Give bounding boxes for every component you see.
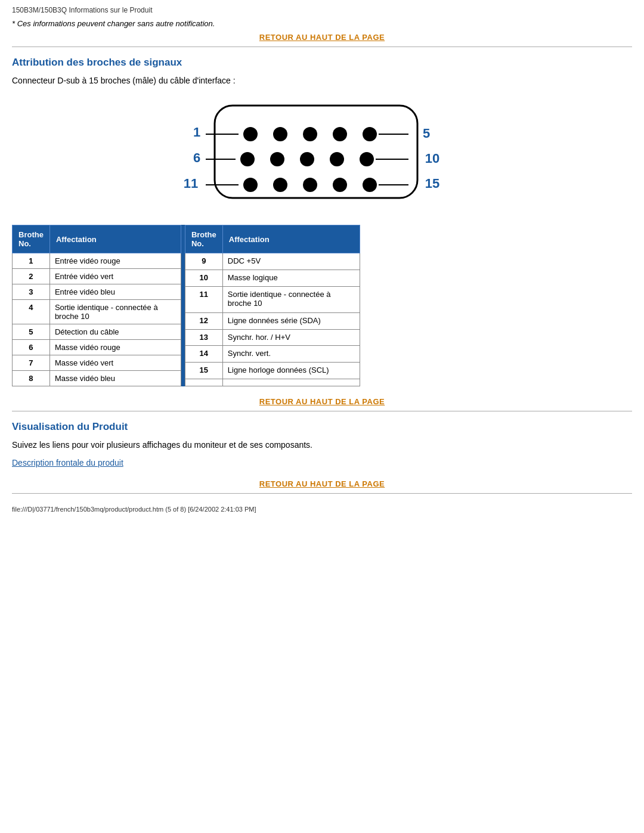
table-row: 14Synchr. vert. (185, 346, 360, 363)
svg-point-21 (243, 178, 258, 192)
svg-point-6 (333, 127, 347, 141)
file-path: file:///D|/03771/french/150b3mq/product/… (12, 506, 632, 513)
pin-desc: Sortie identique - connectée à broche 10 (49, 300, 181, 324)
table-row: 9DDC +5V (185, 253, 360, 270)
pin-number: 7 (13, 355, 50, 371)
pin-number: 13 (185, 329, 222, 346)
pin-desc: Entrée vidéo bleu (49, 284, 181, 300)
pin-desc: Synchr. hor. / H+V (222, 329, 360, 346)
svg-text:11: 11 (184, 176, 198, 191)
table-row: 4Sortie identique - connectée à broche 1… (13, 300, 181, 324)
svg-point-7 (363, 127, 377, 141)
table-row: 8Masse vidéo bleu (13, 371, 181, 386)
pin-desc: Masse vidéo rouge (49, 340, 181, 355)
section1-title: Attribution des broches de signaux (12, 57, 632, 69)
svg-point-14 (300, 152, 314, 166)
table-row: 11Sortie identique - connectée à broche … (185, 286, 360, 312)
section2-desc: Suivez les liens pour voir plusieurs aff… (12, 440, 632, 450)
pin-number: 14 (185, 346, 222, 363)
svg-point-16 (360, 152, 374, 166)
svg-point-5 (303, 127, 317, 141)
pin-number: 1 (13, 253, 50, 269)
pin-desc: Ligne données série (SDA) (222, 312, 360, 329)
divider-1 (12, 47, 632, 47)
pin-table-container: Brothe No. Affectation 1Entrée vidéo rou… (12, 225, 632, 386)
table-row: 15Ligne horloge données (SCL) (185, 363, 360, 379)
retour-link-3[interactable]: RETOUR AU HAUT DE LA PAGE (12, 479, 632, 488)
pin-number: 5 (13, 324, 50, 340)
section2-container: Visualisation du Produit Suivez les lien… (12, 421, 632, 475)
col1-header1: Brothe No. (13, 225, 50, 253)
pin-desc: DDC +5V (222, 253, 360, 270)
svg-text:15: 15 (425, 176, 439, 191)
pin-desc: Ligne horloge données (SCL) (222, 363, 360, 379)
pin-number: 11 (185, 286, 222, 312)
pin-desc (222, 379, 360, 386)
retour-link-2[interactable]: RETOUR AU HAUT DE LA PAGE (12, 397, 632, 406)
table-row: 5Détection du câble (13, 324, 181, 340)
svg-point-24 (333, 178, 347, 192)
pin-desc: Sortie identique - connectée à broche 10 (222, 286, 360, 312)
divider-3 (12, 493, 632, 494)
table-row: 10Masse logique (185, 270, 360, 286)
svg-text:5: 5 (423, 126, 430, 141)
col1-header2: Affectation (49, 225, 181, 253)
svg-point-12 (240, 152, 255, 166)
pin-number: 12 (185, 312, 222, 329)
table-row: 6Masse vidéo rouge (13, 340, 181, 355)
pin-table-left: Brothe No. Affectation 1Entrée vidéo rou… (12, 225, 181, 386)
italic-note: * Ces informations peuvent changer sans … (12, 19, 632, 28)
pin-number: 9 (185, 253, 222, 270)
pin-number (185, 379, 222, 386)
table-row: 12Ligne données série (SDA) (185, 312, 360, 329)
svg-text:1: 1 (193, 125, 200, 140)
connector-svg: 1 5 6 10 11 15 (179, 94, 465, 213)
table-row: 2Entrée vidéo vert (13, 269, 181, 284)
pin-desc: Détection du câble (49, 324, 181, 340)
col2-header1: Brothe No. (185, 225, 222, 253)
retour-link-top[interactable]: RETOUR AU HAUT DE LA PAGE (12, 33, 632, 42)
pin-desc: Masse logique (222, 270, 360, 286)
connector-diagram: 1 5 6 10 11 15 (179, 94, 465, 213)
pin-number: 3 (13, 284, 50, 300)
pin-desc: Synchr. vert. (222, 346, 360, 363)
section2-title: Visualisation du Produit (12, 421, 632, 433)
pin-number: 6 (13, 340, 50, 355)
table-row: 7Masse vidéo vert (13, 355, 181, 371)
table-row: 3Entrée vidéo bleu (13, 284, 181, 300)
table-row (185, 379, 360, 386)
svg-point-13 (270, 152, 284, 166)
pin-desc: Entrée vidéo rouge (49, 253, 181, 269)
svg-point-25 (363, 178, 377, 192)
pin-desc: Masse vidéo bleu (49, 371, 181, 386)
pin-number: 4 (13, 300, 50, 324)
pin-desc: Entrée vidéo vert (49, 269, 181, 284)
svg-point-15 (330, 152, 344, 166)
svg-point-3 (243, 127, 258, 141)
pin-number: 8 (13, 371, 50, 386)
divider-2 (12, 411, 632, 411)
pin-number: 15 (185, 363, 222, 379)
pin-desc: Masse vidéo vert (49, 355, 181, 371)
pin-table-right: Brothe No. Affectation 9DDC +5V10Masse l… (185, 225, 360, 386)
svg-point-23 (303, 178, 317, 192)
product-link[interactable]: Description frontale du produit (12, 458, 123, 467)
col2-header2: Affectation (222, 225, 360, 253)
browser-title: 150B3M/150B3Q Informations sur le Produi… (12, 6, 632, 14)
section1-desc: Connecteur D-sub à 15 broches (mâle) du … (12, 76, 632, 85)
table-row: 13Synchr. hor. / H+V (185, 329, 360, 346)
pin-number: 10 (185, 270, 222, 286)
svg-point-4 (273, 127, 287, 141)
svg-point-22 (273, 178, 287, 192)
table-row: 1Entrée vidéo rouge (13, 253, 181, 269)
pin-number: 2 (13, 269, 50, 284)
svg-text:10: 10 (425, 151, 439, 166)
svg-text:6: 6 (193, 150, 200, 165)
